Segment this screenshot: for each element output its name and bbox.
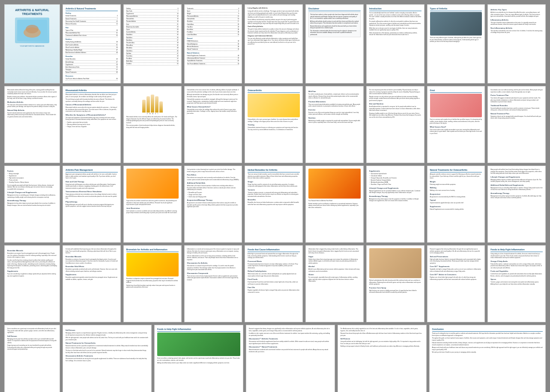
types-text-2: Arthritis: Key Types Arthritis is an umb…: [490, 9, 543, 34]
oa-text-content: Osteoarthritis is the most common form o…: [187, 89, 239, 114]
foods-fight-sub2: Fruits and Vegetables: [490, 270, 543, 273]
smoothie-page: Green smoothies are a great way to incor…: [4, 325, 60, 392]
tb2-b1: Boswellia and Turmeric: [187, 192, 239, 194]
crystal-b1: Being overweight: [7, 173, 57, 175]
text-block-6: Inflammation is a normal and necessary p…: [187, 248, 239, 281]
ra-bullet-1: Swollen, warm joints that are tender: [66, 122, 118, 124]
types-title: Types of Arthritis: [430, 7, 482, 11]
tb5-sub1: Bromelain Minerals: [66, 255, 118, 258]
ra-diagram-text: Rheumatoid arthritis most commonly affec…: [126, 116, 179, 128]
bread-img-page: Refined carbohydrates like white bread p…: [366, 245, 424, 322]
toc-section-general: General: [187, 38, 239, 40]
gout-main-image: [430, 94, 482, 117]
foods-fight-2-title: Foods to Help Fight Inflammation: [157, 328, 240, 332]
herbal-title: Herbal Remedies for Arthritis: [248, 169, 300, 172]
bread-sub: Fructose Corn Syrup: [369, 287, 421, 289]
conc-text-sub2: Glucosamine™ Natural Treatments: [249, 346, 332, 348]
toc-section-1: Healing: [66, 12, 118, 15]
herbal-img-page: Four Natural Herbs for Arthritis Pain Re…: [305, 166, 364, 243]
ra-bullet-3: Fatigue, fever and loss of appetite: [66, 126, 118, 128]
oa-sub-2: Mild Pain: [308, 90, 361, 93]
gout-img-content: Gout attacks can occur without warning, …: [490, 89, 543, 119]
ra-title: Rheumatoid Arthritis: [66, 89, 118, 93]
tb4-sub1: Lifestyle Changes and Supplements: [490, 176, 543, 178]
gout-sub-2: Purine Treatment Plan: [490, 94, 543, 97]
tb3-sub2: Lifestyle Changes and Supplements: [369, 187, 421, 190]
smoothie-image: [157, 333, 240, 356]
toc-item: Two Proven Herbs for Arthritis Pain Reli…: [66, 78, 118, 80]
gout-sub: What Causes Gout?: [430, 126, 482, 128]
foods-fight-2-content: Green smoothies containing spinach, kale…: [157, 357, 240, 364]
pain-sub-1: Heat and Cold Therapy: [66, 181, 118, 183]
general-text: The most important joints that are linke…: [369, 89, 421, 118]
text-block-7-page: Inflammation that is triggered by eating…: [305, 245, 364, 322]
introduction-title: Introduction: [369, 7, 421, 11]
smoothie-sub1: Self Esteem: [7, 335, 57, 338]
crystal-b3: High alcohol consumption: [7, 177, 57, 179]
text-block-2-page: Joint protection is about learning how t…: [184, 166, 242, 243]
text-block-2: Joint protection is about learning how t…: [187, 169, 239, 208]
oa-title: Osteoarthritis: [248, 89, 300, 93]
tb5-sub3: Supplements: [66, 273, 118, 276]
types-subheading-2: Inflammatory Arthritis: [490, 19, 543, 21]
more-text-page: The Mediterranean diet is widely regarde…: [338, 325, 427, 392]
yoga-image: [126, 169, 179, 199]
ra-sub-2: Natural Help Arthritis: [7, 109, 57, 112]
foods-sub-1: Processed Meats: [248, 260, 300, 263]
smoothie-text-1: Green smoothies are a great way to incor…: [7, 328, 57, 350]
conclusion-content: Thank you for taking the time to read th…: [432, 333, 543, 353]
ra-causes: Causes of Rheumatoid Arthritis: [66, 104, 118, 106]
foods-fight-sub3: Spices: [490, 278, 543, 281]
conclusion-page: Conclusion Thank you for taking the time…: [429, 325, 546, 392]
oa-sub: What Causes Osteoarthritis?: [187, 106, 239, 108]
crystal-b4: Purine-rich diet: [7, 179, 57, 181]
text-block-5: It's fairly well established that improv…: [66, 248, 118, 280]
bread-text: Refined carbohydrates like white bread p…: [369, 279, 421, 294]
text-block-3-page: Supplements Glucosamine Hydrochloride Ch…: [366, 166, 424, 243]
text-block-8: Research suggests that reducing inflamma…: [430, 248, 482, 280]
bread-image: [369, 248, 421, 278]
yoga-sub: Joint Restriction: [126, 207, 179, 210]
pain-content: Aggressive pain management allows people…: [66, 173, 118, 208]
tb3-b1: Glucosamine Hydrochloride: [369, 173, 421, 175]
toc-title: Arthritis & Natural Treatments: [66, 7, 118, 11]
foods-sub-3: Fried Foods: [248, 278, 300, 281]
toc-item: Effective Remedies15: [66, 23, 118, 25]
herbal-sub-3: Boswellia: [248, 199, 300, 201]
ra-main-content: Rheumatoid arthritis is a chronic inflam…: [66, 94, 118, 128]
foods-fight-page: Foods to Help Fight Inflammation Using e…: [487, 245, 546, 322]
oa-text-page: Osteoarthritis is the most common form o…: [184, 86, 242, 163]
ra-sub-1: Medication Arthritis: [7, 101, 57, 104]
oa-main-page: Osteoarthritis Osteoarthritis is the mos…: [245, 86, 303, 163]
crystal-sub: Factors: [7, 170, 57, 172]
yoga-text: Yoga and tai chi combine mental focus wi…: [126, 200, 179, 214]
toc-item: Natural Treatments41: [187, 48, 239, 51]
toc-page-3: Treatments4 Sport6 Weight9 Rheumatoid Ar…: [184, 4, 242, 83]
natural-sub-5: Supplements: [430, 205, 482, 208]
gout-content: Gout is a common and complex form of art…: [430, 119, 482, 134]
tb8-sub1: Salt and Preservatives: [430, 255, 482, 258]
toc-section-4: Remedies: [66, 56, 118, 58]
foods-fight-content: Using eating as a form of natural treatm…: [490, 253, 543, 285]
general-text-page: The most important joints that are linke…: [366, 86, 424, 163]
types-page-2: Arthritis: Key Types Arthritis is an umb…: [487, 4, 546, 83]
tb2-b3: Devil's claw and Stinging nettle: [187, 196, 239, 198]
crystal-sub3: Aromatherapy Therapy: [7, 199, 57, 202]
conclusion-text-1: Research suggests that dietary changes c…: [249, 328, 332, 353]
ra-diagram-page: VIVIIIIII Rheumatoid arthritis most comm…: [123, 86, 182, 163]
introduction-page: Introduction You've undoubtedly heard th…: [366, 4, 424, 83]
intro-text-page: Living Happily with Arthritis Living wit…: [245, 4, 303, 83]
cover-title: ARTHRITIS & NATURAL TREATMENTS: [6, 8, 58, 16]
tb5-sub2: Bromelain Side Effects: [66, 265, 118, 268]
foods-fight-sub1: Omega-3 Fatty Acids: [490, 260, 543, 263]
cover-subtitle: YOUR ARTHRITIS HANDBOOK: [20, 45, 45, 48]
tb3-sub1: Supplements: [369, 170, 421, 172]
oa-image: [248, 94, 300, 117]
text-block-6-page: Inflammation is a normal and necessary p…: [184, 245, 242, 322]
types-page: Types of Arthritis There are many differ…: [427, 4, 485, 83]
pain-sub-3: Physiotherapy: [66, 201, 118, 203]
xray-image: [430, 12, 482, 36]
text-block-4-page: Many people with arthritis have found th…: [487, 166, 546, 243]
text-block-4: Many people with arthritis have found th…: [490, 169, 543, 199]
tb4-sub2: Additional Herbal Aids and Supplements: [490, 184, 543, 187]
